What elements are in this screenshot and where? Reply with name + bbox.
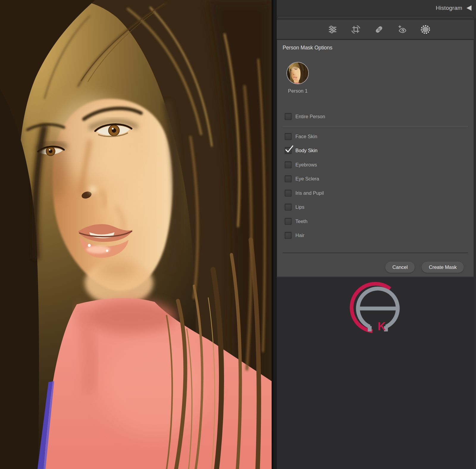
person-avatar-thumbnail bbox=[287, 63, 308, 84]
mask-option-label: Body Skin bbox=[295, 148, 317, 153]
panel-right-edge bbox=[474, 18, 476, 469]
histogram-label: Histogram bbox=[436, 5, 462, 11]
panel-gap bbox=[272, 0, 277, 469]
mask-option-entire-person[interactable]: Entire Person bbox=[277, 110, 474, 124]
portrait-image bbox=[0, 0, 272, 469]
mask-option-label: Lips bbox=[295, 204, 304, 210]
mask-option-lips[interactable]: Lips bbox=[277, 200, 474, 214]
mask-options-list: Entire Person Face Skin Body Skin bbox=[277, 110, 474, 242]
footer-divider bbox=[283, 253, 468, 253]
mask-option-label: Eye Sclera bbox=[295, 176, 319, 182]
crop-rotate-icon bbox=[351, 25, 361, 34]
right-panel: Histogram bbox=[277, 0, 476, 469]
tool-strip bbox=[277, 20, 474, 39]
dialog-footer: Cancel Create Mask bbox=[385, 262, 464, 273]
healing-bandaid-icon bbox=[374, 25, 384, 34]
options-group-divider bbox=[277, 124, 474, 130]
crop-tool-button[interactable] bbox=[351, 24, 361, 35]
mask-option-eyebrows[interactable]: Eyebrows bbox=[277, 158, 474, 172]
edit-tool-button[interactable] bbox=[328, 24, 337, 35]
mask-option-hair[interactable]: Hair bbox=[277, 228, 474, 243]
red-eye-icon bbox=[397, 25, 407, 34]
mask-option-label: Hair bbox=[295, 233, 304, 238]
healing-tool-button[interactable] bbox=[374, 24, 384, 35]
checkbox[interactable] bbox=[285, 113, 292, 120]
lightroom-window: Histogram bbox=[0, 0, 476, 469]
checkbox[interactable] bbox=[285, 175, 292, 182]
adjust-sliders-icon bbox=[328, 25, 337, 34]
watermark-logo: K bbox=[342, 277, 411, 346]
create-mask-button[interactable]: Create Mask bbox=[422, 262, 464, 273]
red-eye-tool-button[interactable] bbox=[397, 24, 407, 35]
checkbox[interactable] bbox=[285, 204, 292, 211]
mask-option-label: Eyebrows bbox=[295, 162, 317, 168]
mask-option-teeth[interactable]: Teeth bbox=[277, 214, 474, 228]
mask-option-eye-sclera[interactable]: Eye Sclera bbox=[277, 172, 474, 186]
checkbox[interactable] bbox=[285, 147, 292, 154]
checkbox[interactable] bbox=[285, 190, 292, 197]
checkbox[interactable] bbox=[285, 161, 292, 168]
mask-option-label: Entire Person bbox=[295, 114, 325, 119]
collapse-left-triangle-icon[interactable] bbox=[466, 5, 472, 11]
person-name-label: Person 1 bbox=[277, 88, 319, 94]
dialog-title: Person Mask Options bbox=[283, 45, 332, 51]
mask-option-label: Teeth bbox=[295, 219, 307, 224]
mask-option-iris-and-pupil[interactable]: Iris and Pupil bbox=[277, 186, 474, 200]
check-icon bbox=[284, 145, 294, 154]
mask-option-face-skin[interactable]: Face Skin bbox=[277, 129, 474, 144]
photo-canvas[interactable] bbox=[0, 0, 272, 469]
panel-splitter[interactable] bbox=[277, 16, 474, 18]
mask-option-body-skin[interactable]: Body Skin bbox=[277, 144, 474, 158]
watermark-letter: K bbox=[378, 320, 386, 333]
masking-tool-button[interactable] bbox=[421, 24, 430, 35]
checkbox[interactable] bbox=[285, 218, 292, 225]
checkbox[interactable] bbox=[285, 232, 292, 239]
person-mask-options-dialog: Person Mask Options Person 1 Entire Pers… bbox=[277, 40, 474, 277]
cancel-button[interactable]: Cancel bbox=[385, 262, 415, 273]
checkbox[interactable] bbox=[285, 133, 292, 140]
mask-option-label: Face Skin bbox=[295, 134, 317, 139]
panel-background: K bbox=[277, 277, 474, 469]
person-avatar[interactable] bbox=[286, 62, 309, 84]
mask-option-label: Iris and Pupil bbox=[295, 190, 324, 196]
masking-dotted-circle-icon bbox=[420, 24, 430, 35]
